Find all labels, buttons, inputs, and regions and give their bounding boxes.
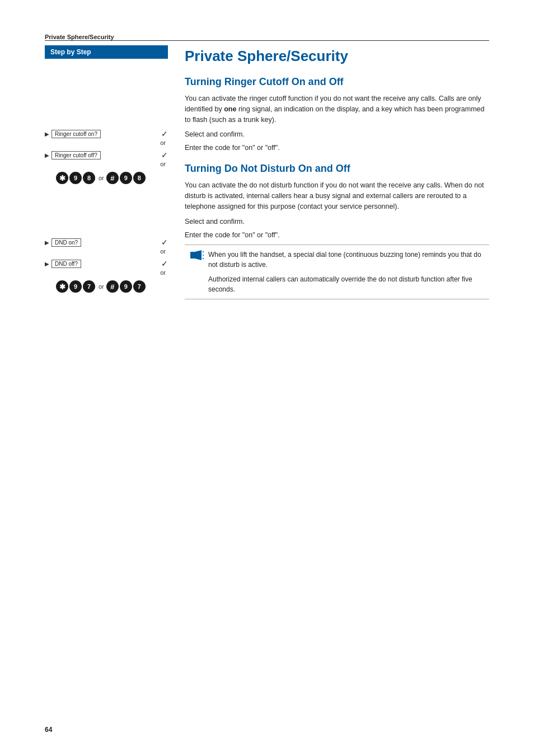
ringer-select-confirm: Select and confirm. bbox=[185, 130, 489, 138]
ringer-keypad-group: ✱ 9 8 or # 9 8 bbox=[45, 172, 168, 184]
key-9-4: 9 bbox=[120, 280, 132, 293]
dnd-off-button: DND off? bbox=[51, 260, 81, 268]
dnd-keypad-group: ✱ 9 7 or # 9 7 bbox=[45, 280, 168, 293]
dnd-on-button: DND on? bbox=[51, 238, 81, 247]
note-text-2: Authorized internal callers can automati… bbox=[208, 274, 484, 294]
dnd-off-section: ▶ DND off? ✓ or bbox=[45, 259, 168, 276]
ringer-off-row: ▶ Ringer cutoff off? ✓ bbox=[45, 151, 168, 159]
key-hash-2: # bbox=[106, 280, 119, 293]
ringer-cutoff-title: Turning Ringer Cutoff On and Off bbox=[185, 76, 489, 88]
or-line-1: or bbox=[45, 139, 166, 146]
check-1: ✓ bbox=[161, 129, 168, 138]
or-line-2: or bbox=[45, 161, 166, 167]
ringer-cutoff-off-section: ▶ Ringer cutoff off? ✓ or bbox=[45, 151, 168, 167]
ringer-on-button: Ringer cutoff on? bbox=[51, 130, 101, 138]
dnd-enter-code: Enter the code for "on" or "off". bbox=[185, 231, 489, 239]
ringer-spacer bbox=[45, 68, 168, 129]
ringer-on-row: ▶ Ringer cutoff on? ✓ bbox=[45, 129, 168, 138]
arrow-icon-1: ▶ bbox=[45, 131, 49, 137]
svg-line-2 bbox=[203, 251, 204, 252]
dnd-off-row: ▶ DND off? ✓ bbox=[45, 259, 168, 268]
key-hash-1: # bbox=[106, 172, 119, 184]
key-or-1: or bbox=[99, 175, 104, 181]
svg-rect-0 bbox=[190, 252, 195, 259]
ringer-cutoff-paragraph: You can activate the ringer cutoff funct… bbox=[185, 93, 489, 125]
key-9-1: 9 bbox=[69, 172, 82, 184]
arrow-icon-2: ▶ bbox=[45, 152, 49, 158]
main-title: Private Sphere/Security bbox=[185, 48, 489, 65]
content-area: Private Sphere/Security Turning Ringer C… bbox=[168, 45, 489, 311]
dnd-paragraph: You can activate the do not disturb func… bbox=[185, 180, 489, 212]
key-star-2: ✱ bbox=[56, 280, 68, 293]
note-row-2: Authorized internal callers can automati… bbox=[190, 274, 484, 294]
check-2: ✓ bbox=[161, 151, 168, 159]
arrow-icon-3: ▶ bbox=[45, 240, 49, 246]
ringer-cutoff-section: Turning Ringer Cutoff On and Off You can… bbox=[185, 76, 489, 152]
svg-marker-1 bbox=[195, 250, 202, 260]
sidebar: Step by Step ▶ Ringer cutoff on? ✓ or bbox=[45, 45, 168, 311]
main-layout: Step by Step ▶ Ringer cutoff on? ✓ or bbox=[45, 45, 489, 311]
ringer-on-inner: ▶ Ringer cutoff on? bbox=[45, 130, 159, 138]
page: Private Sphere/Security Step by Step ▶ R… bbox=[0, 0, 534, 756]
check-4: ✓ bbox=[161, 259, 168, 268]
key-or-2: or bbox=[99, 283, 104, 290]
dnd-section-content: Turning Do Not Disturb On and Off You ca… bbox=[185, 163, 489, 299]
dnd-on-inner: ▶ DND on? bbox=[45, 238, 159, 247]
dnd-on-row: ▶ DND on? ✓ bbox=[45, 238, 168, 247]
dnd-off-inner: ▶ DND off? bbox=[45, 260, 159, 268]
note-box: When you lift the handset, a special dia… bbox=[185, 245, 489, 299]
ringer-off-inner: ▶ Ringer cutoff off? bbox=[45, 151, 159, 159]
note-icon-1 bbox=[190, 250, 204, 260]
ringer-enter-code: Enter the code for "on" or "off". bbox=[185, 144, 489, 152]
key-8-1: 8 bbox=[83, 172, 95, 184]
key-star-1: ✱ bbox=[56, 172, 68, 184]
or-line-3: or bbox=[45, 248, 166, 255]
arrow-icon-4: ▶ bbox=[45, 261, 49, 267]
dnd-spacer bbox=[45, 193, 168, 238]
key-8-2: 8 bbox=[133, 172, 146, 184]
page-number: 64 bbox=[45, 726, 52, 734]
note-text-1: When you lift the handset, a special dia… bbox=[208, 250, 484, 270]
or-line-4: or bbox=[45, 269, 166, 276]
key-9-3: 9 bbox=[69, 280, 82, 293]
key-7-2: 7 bbox=[133, 280, 146, 293]
step-by-step-box: Step by Step bbox=[45, 45, 168, 59]
breadcrumb-section: Private Sphere/Security bbox=[45, 34, 489, 41]
ringer-off-button: Ringer cutoff off? bbox=[51, 151, 101, 159]
key-7-1: 7 bbox=[83, 280, 95, 293]
dnd-on-section: ▶ DND on? ✓ or bbox=[45, 238, 168, 255]
dnd-title: Turning Do Not Disturb On and Off bbox=[185, 163, 489, 175]
svg-line-4 bbox=[203, 258, 204, 259]
dnd-select-confirm: Select and confirm. bbox=[185, 218, 489, 226]
breadcrumb: Private Sphere/Security bbox=[45, 34, 489, 40]
ringer-cutoff-on-section: ▶ Ringer cutoff on? ✓ or bbox=[45, 129, 168, 146]
note-row-1: When you lift the handset, a special dia… bbox=[190, 250, 484, 270]
key-9-2: 9 bbox=[120, 172, 132, 184]
bold-one: one bbox=[224, 105, 236, 113]
check-3: ✓ bbox=[161, 238, 168, 247]
step-by-step-label: Step by Step bbox=[50, 48, 91, 56]
